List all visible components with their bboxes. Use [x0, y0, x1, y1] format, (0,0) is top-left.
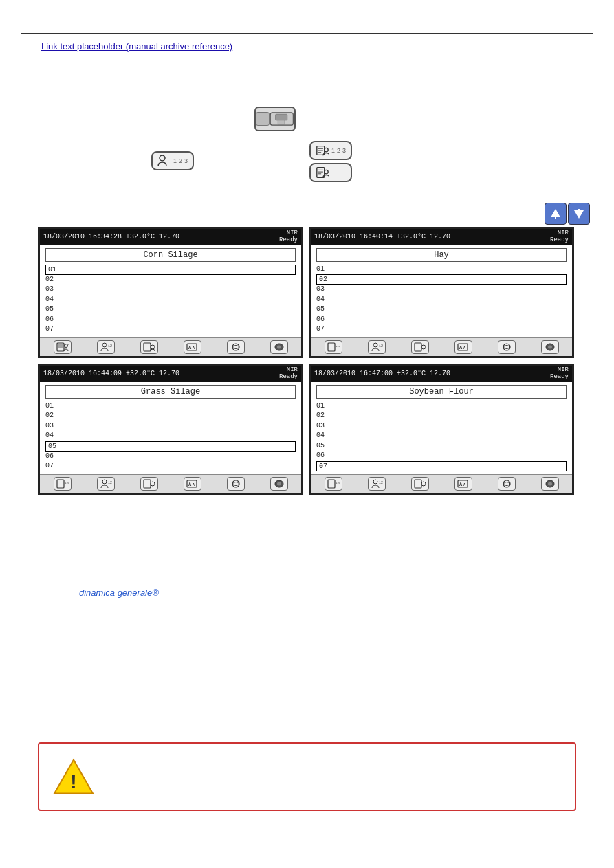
item-02: 02	[45, 275, 296, 285]
svg-rect-25	[144, 343, 151, 351]
screen-corn-silage-title: Corn Silage	[45, 248, 296, 262]
footer-gs-4[interactable]: A A	[184, 477, 201, 491]
svg-text:A: A	[188, 345, 192, 350]
footer-hay-6[interactable]	[541, 340, 559, 354]
item-04: 04	[45, 431, 296, 441]
screen-soybean-flour-body: Soybean Flour 01 02 03 04 05 06 07	[311, 382, 572, 474]
screen-hay-footer[interactable]: 123 123 A A	[311, 337, 572, 356]
footer-hay-5[interactable]	[498, 340, 516, 354]
footer-icon-3[interactable]	[140, 340, 158, 354]
svg-rect-49	[144, 480, 151, 488]
svg-point-44	[548, 345, 552, 348]
svg-point-30	[232, 344, 239, 350]
svg-point-26	[151, 345, 155, 349]
item-06: 06	[45, 452, 296, 462]
screen-hay-title: Hay	[316, 248, 567, 262]
footer-icon-6[interactable]	[270, 340, 288, 354]
screen-hay-nir: NIR Ready	[550, 230, 569, 244]
svg-text:123: 123	[379, 481, 383, 485]
footer-sf-4[interactable]: A A	[454, 477, 472, 491]
footer-gs-1[interactable]: 123	[54, 477, 72, 491]
screen-grass-silage-body: Grass Silage 01 02 03 04 05 06 07	[40, 382, 301, 474]
screen-grass-silage-title: Grass Silage	[45, 385, 296, 399]
nav-down-button[interactable]	[568, 203, 590, 225]
svg-rect-37	[415, 343, 421, 351]
screen-hay-content: Hay 01 02 03 04 05 06 07	[316, 248, 567, 335]
footer-sf-3[interactable]	[411, 477, 429, 491]
screen-corn-silage-header: 18/03/2010 16:34:28 +32.0°C 12.70 NIR Re…	[40, 229, 301, 245]
screen-soybean-flour-footer[interactable]: 123 123 A A	[311, 474, 572, 493]
brand-name: dinamica generale®	[79, 588, 159, 598]
svg-text:!: !	[70, 771, 76, 792]
footer-gs-5[interactable]	[227, 477, 245, 491]
screen-soybean-flour-header: 18/03/2010 16:47:00 +32.0°C 12.70 NIR Re…	[311, 366, 572, 382]
footer-hay-3[interactable]	[411, 340, 429, 354]
screen-corn-silage-footer[interactable]: 123 123 A	[40, 337, 301, 356]
item-02: 02	[316, 411, 567, 421]
footer-sf-1[interactable]: 123	[325, 477, 342, 491]
screen-corn-silage-nir: NIR Ready	[279, 230, 298, 244]
footer-hay-2[interactable]: 123	[368, 340, 386, 354]
item-03: 03	[316, 421, 567, 432]
navigation-arrows[interactable]	[545, 203, 590, 225]
svg-text:123: 123	[65, 343, 69, 346]
svg-point-50	[151, 482, 155, 486]
footer-icon-1[interactable]: 123	[54, 340, 72, 354]
nav-up-button[interactable]	[545, 203, 567, 225]
footer-hay-1[interactable]: 123	[325, 340, 342, 354]
item-02-selected: 02	[316, 274, 567, 285]
footer-hay-4[interactable]: A A	[454, 340, 472, 354]
svg-point-66	[503, 480, 510, 487]
item-07: 07	[316, 324, 567, 335]
footer-sf-6[interactable]	[541, 477, 559, 491]
item-07-selected: 07	[316, 461, 567, 471]
screens-grid: 18/03/2010 16:34:28 +32.0°C 12.70 NIR Re…	[38, 227, 574, 495]
item-04: 04	[316, 295, 567, 305]
svg-rect-57	[328, 480, 335, 488]
svg-point-35	[373, 343, 377, 347]
screen-soybean-flour-items: 01 02 03 04 05 06 07	[316, 401, 567, 471]
footer-sf-5[interactable]	[498, 477, 516, 491]
right-icon-group: 1 2 3	[309, 141, 352, 182]
item-03: 03	[45, 421, 296, 432]
screen-corn-silage-content: Corn Silage 01 02 03 04 05 06 07	[45, 248, 296, 335]
screen-corn-silage-items: 01 02 03 04 05 06 07	[45, 265, 296, 335]
warning-triangle-icon: !	[53, 756, 94, 797]
footer-icon-2[interactable]: 123	[97, 340, 115, 354]
item-06: 06	[316, 451, 567, 461]
footer-gs-6[interactable]	[270, 477, 288, 491]
screen-grass-silage-nir: NIR Ready	[279, 367, 298, 381]
svg-rect-61	[415, 480, 421, 488]
svg-point-3	[160, 155, 165, 161]
svg-point-62	[421, 482, 426, 486]
screen-soybean-flour-nir: NIR Ready	[550, 367, 569, 381]
footer-gs-3[interactable]	[140, 477, 158, 491]
svg-text:123: 123	[108, 344, 112, 348]
svg-point-56	[277, 482, 281, 485]
footer-sf-2[interactable]: 123	[368, 477, 386, 491]
svg-point-32	[277, 345, 281, 348]
item-07: 07	[45, 324, 296, 335]
screen-grass-silage-items: 01 02 03 04 05 06 07	[45, 401, 296, 471]
screen-grass-silage: 18/03/2010 16:44:09 +32.0°C 12.70 NIR Re…	[38, 364, 303, 495]
svg-point-68	[548, 482, 552, 485]
screen-soybean-flour-content: Soybean Flour 01 02 03 04 05 06 07	[316, 385, 567, 471]
svg-text:123: 123	[65, 482, 69, 485]
footer-gs-2[interactable]: 123	[97, 477, 115, 491]
screen-hay-timestamp: 18/03/2010 16:40:14 +32.0°C 12.70	[314, 233, 450, 241]
svg-rect-2	[278, 120, 285, 124]
warning-box: !	[38, 742, 576, 811]
screen-hay-items: 01 02 03 04 05 06 07	[316, 265, 567, 335]
svg-point-42	[503, 344, 510, 350]
footer-icon-4[interactable]: A A	[184, 340, 201, 354]
svg-marker-16	[574, 210, 584, 219]
page-link[interactable]: Link text placeholder (manual archive re…	[41, 41, 232, 52]
svg-text:123: 123	[379, 344, 383, 348]
screen-hay: 18/03/2010 16:40:14 +32.0°C 12.70 NIR Re…	[309, 227, 574, 358]
footer-icon-5[interactable]	[227, 340, 245, 354]
item-01-selected: 01	[45, 265, 296, 275]
item-05: 05	[45, 304, 296, 315]
svg-point-38	[421, 345, 426, 349]
screen-grass-silage-footer[interactable]: 123 123 A A	[40, 474, 301, 493]
item-03: 03	[316, 285, 567, 295]
